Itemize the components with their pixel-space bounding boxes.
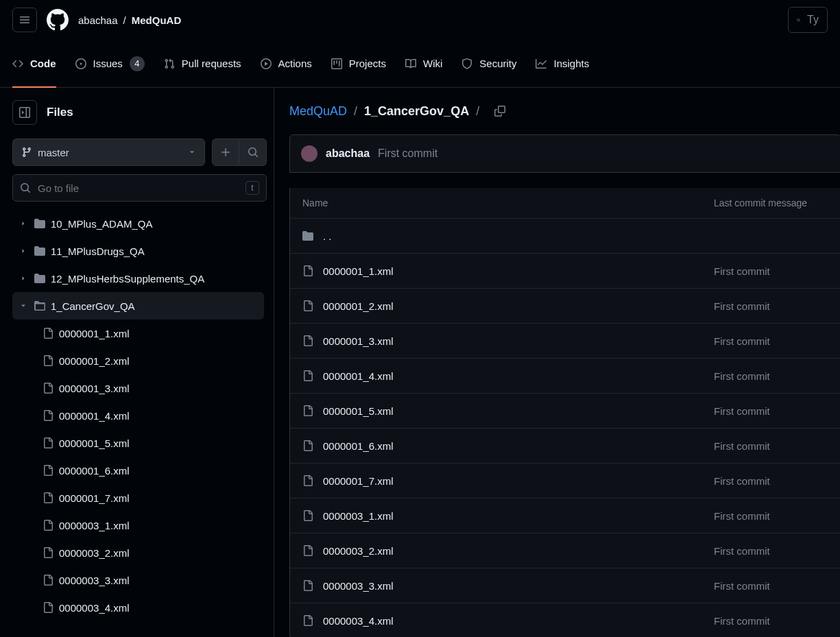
tree-file[interactable]: 0000001_3.xml	[12, 374, 264, 402]
tab-security-label: Security	[479, 58, 516, 69]
search-placeholder: Ty	[807, 14, 819, 26]
github-logo-icon[interactable]	[47, 9, 69, 31]
commit-msg-link[interactable]: First commit	[714, 475, 770, 487]
header-repo[interactable]: MedQuAD	[132, 14, 182, 26]
commit-author[interactable]: abachaa	[326, 147, 370, 160]
file-icon	[43, 355, 53, 366]
name-cell: 0000001_1.xml	[302, 265, 714, 277]
commit-msg-link[interactable]: First commit	[714, 615, 770, 627]
tree-file[interactable]: 0000003_3.xml	[12, 566, 264, 594]
tree-folder[interactable]: 12_MPlusHerbsSupplements_QA	[12, 265, 264, 292]
table-row[interactable]: 0000001_5.xmlFirst commit	[290, 394, 840, 429]
table-row[interactable]: 0000003_3.xmlFirst commit	[290, 568, 840, 603]
breadcrumb-root[interactable]: MedQuAD	[289, 104, 347, 119]
file-name[interactable]: 0000001_7.xml	[323, 475, 394, 487]
tab-wiki[interactable]: Wiki	[405, 40, 442, 87]
commit-msg-link[interactable]: First commit	[714, 265, 770, 277]
table-row[interactable]: 0000001_1.xmlFirst commit	[290, 254, 840, 289]
commit-msg-link[interactable]: First commit	[714, 335, 770, 347]
file-name[interactable]: 0000003_4.xml	[323, 615, 394, 627]
table-row-parent[interactable]: . .	[290, 219, 840, 254]
tab-actions[interactable]: Actions	[261, 40, 312, 87]
file-name[interactable]: 0000001_5.xml	[323, 405, 394, 417]
file-name[interactable]: 0000003_1.xml	[323, 510, 394, 522]
file-name[interactable]: 0000001_1.xml	[323, 265, 394, 277]
tab-code[interactable]: Code	[12, 40, 56, 87]
chevron-right-icon[interactable]	[18, 274, 29, 283]
tree-file-label: 0000001_2.xml	[59, 355, 130, 367]
search-tree-button[interactable]	[239, 139, 267, 166]
header-owner[interactable]: abachaa	[78, 14, 118, 26]
tree-file[interactable]: 0000001_7.xml	[12, 484, 264, 512]
chevron-right-icon[interactable]	[18, 219, 29, 228]
table-row[interactable]: 0000003_1.xmlFirst commit	[290, 498, 840, 533]
file-name[interactable]: 0000001_6.xml	[323, 440, 394, 452]
tab-security[interactable]: Security	[461, 40, 516, 87]
table-row[interactable]: 0000003_4.xmlFirst commit	[290, 603, 840, 637]
tree-file[interactable]: 0000001_1.xml	[12, 320, 264, 347]
tree-file[interactable]: 0000003_1.xml	[12, 512, 264, 539]
file-name[interactable]: 0000001_4.xml	[323, 370, 394, 382]
toggle-file-tree-button[interactable]	[12, 100, 37, 125]
file-filter-input[interactable]	[38, 182, 239, 194]
table-row[interactable]: 0000001_6.xmlFirst commit	[290, 429, 840, 464]
tab-insights[interactable]: Insights	[536, 40, 589, 87]
hamburger-menu-button[interactable]	[12, 8, 37, 32]
tab-projects-label: Projects	[349, 58, 386, 69]
parent-dir-label[interactable]: . .	[323, 230, 332, 242]
file-table: Name Last commit message . .0000001_1.xm…	[289, 188, 840, 637]
commit-msg-link[interactable]: First commit	[714, 510, 770, 522]
chevron-down-icon[interactable]	[18, 302, 29, 310]
msg-cell: First commit	[714, 265, 828, 277]
tab-issues[interactable]: Issues 4	[75, 40, 145, 87]
tree-file[interactable]: 0000003_2.xml	[12, 539, 264, 566]
table-row[interactable]: 0000001_3.xmlFirst commit	[290, 324, 840, 359]
name-cell: 0000003_3.xml	[302, 580, 714, 592]
commit-msg-link[interactable]: First commit	[714, 300, 770, 312]
tree-file[interactable]: 0000001_6.xml	[12, 457, 264, 484]
commit-msg-link[interactable]: First commit	[714, 370, 770, 382]
chevron-right-icon[interactable]	[18, 247, 29, 255]
branch-selector[interactable]: master	[12, 139, 205, 166]
tree-folder[interactable]: 11_MPlusDrugs_QA	[12, 237, 264, 265]
commit-message[interactable]: First commit	[378, 147, 437, 160]
file-filter[interactable]: t	[12, 174, 267, 202]
name-cell: 0000003_2.xml	[302, 545, 714, 557]
tree-folder[interactable]: 1_CancerGov_QA	[12, 292, 264, 320]
table-row[interactable]: 0000003_2.xmlFirst commit	[290, 533, 840, 568]
file-name[interactable]: 0000003_2.xml	[323, 545, 394, 557]
file-icon	[302, 475, 313, 486]
table-row[interactable]: 0000001_2.xmlFirst commit	[290, 289, 840, 324]
name-cell: 0000001_3.xml	[302, 335, 714, 347]
commit-msg-link[interactable]: First commit	[714, 440, 770, 452]
tree-file[interactable]: 0000001_2.xml	[12, 347, 264, 374]
commit-msg-link[interactable]: First commit	[714, 580, 770, 592]
copy-path-button[interactable]	[489, 100, 511, 122]
file-icon	[43, 575, 53, 586]
file-name[interactable]: 0000001_2.xml	[323, 300, 394, 312]
tree-file-label: 0000003_1.xml	[59, 520, 130, 531]
file-name[interactable]: 0000001_3.xml	[323, 335, 394, 347]
tree-file[interactable]: 0000001_5.xml	[12, 429, 264, 457]
tree-folder[interactable]: 10_MPlus_ADAM_QA	[12, 210, 264, 237]
file-icon	[302, 615, 313, 626]
tree-file[interactable]: 0000003_4.xml	[12, 594, 264, 621]
table-row[interactable]: 0000001_7.xmlFirst commit	[290, 464, 840, 498]
file-name[interactable]: 0000003_3.xml	[323, 580, 394, 592]
tab-projects[interactable]: Projects	[331, 40, 386, 87]
msg-cell: First commit	[714, 440, 828, 452]
add-file-button[interactable]	[212, 139, 239, 166]
commit-author-avatar[interactable]	[301, 145, 317, 162]
table-row[interactable]: 0000001_4.xmlFirst commit	[290, 359, 840, 394]
latest-commit-card[interactable]: abachaa First commit	[289, 134, 840, 173]
pull-request-icon	[164, 58, 175, 69]
global-search[interactable]: Ty	[788, 7, 828, 33]
commit-msg-link[interactable]: First commit	[714, 545, 770, 557]
file-filter-kbd: t	[245, 181, 259, 195]
commit-msg-link[interactable]: First commit	[714, 405, 770, 417]
tab-pull-requests[interactable]: Pull requests	[164, 40, 241, 87]
folder-icon	[34, 245, 45, 256]
tree-file[interactable]: 0000001_4.xml	[12, 402, 264, 429]
folder-icon	[34, 273, 45, 284]
file-tree[interactable]: 10_MPlus_ADAM_QA11_MPlusDrugs_QA12_MPlus…	[12, 210, 267, 637]
